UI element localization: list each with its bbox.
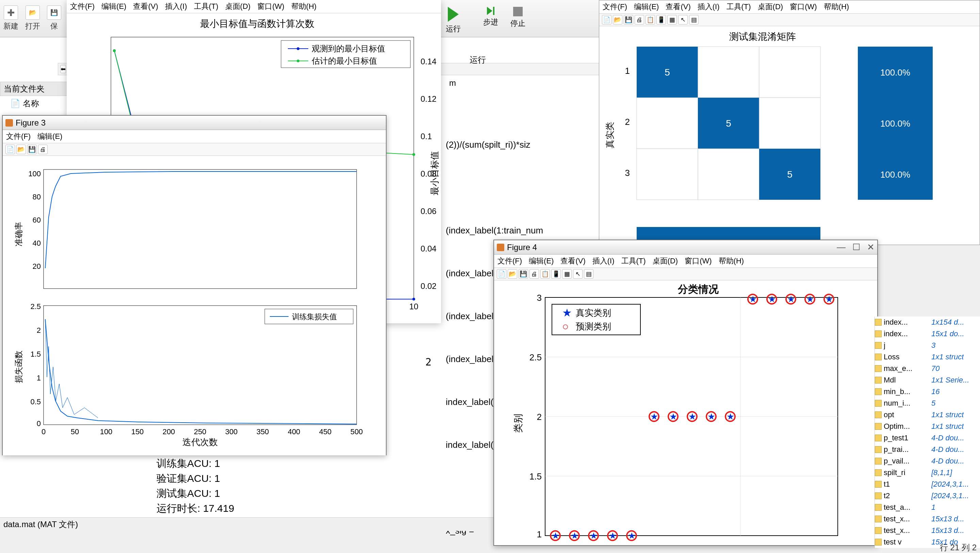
save-icon[interactable]: 💾 <box>27 145 37 154</box>
open-icon[interactable]: 📂 <box>613 15 622 24</box>
figure3-titlebar[interactable]: Figure 3 <box>3 116 386 130</box>
f4-window-menu[interactable]: 窗口(W) <box>685 256 711 266</box>
workspace-variable[interactable]: test_x...15x13 d... <box>875 525 980 536</box>
workspace-variable[interactable]: j3 <box>875 339 980 351</box>
command-window[interactable]: 训练集ACU: 1 验证集ACU: 1 测试集ACU: 1 运行时长: 17.4… <box>156 456 497 516</box>
cm-desktop-menu[interactable]: 桌面(D) <box>758 2 783 12</box>
workspace-variable[interactable]: t2[2024,3,1... <box>875 490 980 502</box>
layout-icon[interactable]: ▤ <box>689 15 698 24</box>
svg-point-30 <box>412 298 415 301</box>
svg-text:★: ★ <box>650 411 658 422</box>
print-icon[interactable]: 🖨 <box>635 15 644 24</box>
open-button[interactable]: 📂打开 <box>25 5 40 31</box>
close-icon[interactable]: ✕ <box>867 242 875 252</box>
cm-insert-menu[interactable]: 插入(I) <box>698 2 720 12</box>
stop-button[interactable]: 停止 <box>511 7 525 29</box>
workspace-panel[interactable]: index...1x154 d...index...15x1 do...j3Lo… <box>875 317 980 548</box>
svg-text:★: ★ <box>571 531 579 541</box>
grid-icon[interactable]: ▦ <box>562 269 572 279</box>
new-icon[interactable]: 📄 <box>497 269 506 279</box>
workspace-variable[interactable]: Loss1x1 struct <box>875 351 980 363</box>
new-button[interactable]: ➕新建 <box>3 5 18 31</box>
help-menu[interactable]: 帮助(H) <box>291 2 317 11</box>
cm-file-menu[interactable]: 文件(F) <box>603 2 627 12</box>
svg-text:0.04: 0.04 <box>421 244 437 253</box>
open-icon[interactable]: 📂 <box>508 269 517 279</box>
f4-view-menu[interactable]: 查看(V) <box>560 256 585 266</box>
open-icon[interactable]: 📂 <box>16 145 26 154</box>
svg-text:★: ★ <box>590 531 598 541</box>
save-button[interactable]: 💾保 <box>47 5 61 31</box>
cm-tools-menu[interactable]: 工具(T) <box>727 2 751 12</box>
fig3-edit-menu[interactable]: 编辑(E) <box>37 131 62 142</box>
f4-help-menu[interactable]: 帮助(H) <box>719 256 744 266</box>
f4-insert-menu[interactable]: 插入(I) <box>592 256 614 266</box>
workspace-variable[interactable]: min_b...16 <box>875 386 980 397</box>
workspace-variable[interactable]: p_trai...4-D dou... <box>875 444 980 455</box>
f4-tools-menu[interactable]: 工具(T) <box>621 256 646 266</box>
step-button[interactable]: 步进 <box>483 7 498 27</box>
svg-text:0.06: 0.06 <box>421 207 437 216</box>
minimize-icon[interactable]: — <box>837 242 846 252</box>
edit-menu[interactable]: 编辑(E) <box>102 2 126 11</box>
workspace-variable[interactable]: p_vail...4-D dou... <box>875 455 980 467</box>
maximize-icon[interactable]: ☐ <box>853 242 860 252</box>
workspace-variable[interactable]: num_i...5 <box>875 397 980 409</box>
cursor-icon[interactable]: ↖ <box>573 269 582 279</box>
back-icon[interactable]: ⬅ <box>60 65 66 73</box>
new-icon[interactable]: 📄 <box>602 15 611 24</box>
editor-tab[interactable]: m <box>449 78 456 88</box>
cm-view-menu[interactable]: 查看(V) <box>666 2 690 12</box>
window-menu[interactable]: 窗口(W) <box>257 2 284 11</box>
compare-icon[interactable]: 📋 <box>540 269 550 279</box>
svg-text:0.1: 0.1 <box>421 132 432 141</box>
compare-icon[interactable]: 📋 <box>646 15 655 24</box>
insert-menu[interactable]: 插入(I) <box>165 2 187 11</box>
workspace-variable[interactable]: Optim...1x1 struct <box>875 421 980 432</box>
f4-edit-menu[interactable]: 编辑(E) <box>529 256 554 266</box>
workspace-variable[interactable]: index...15x1 do... <box>875 328 980 339</box>
workspace-variable[interactable]: spilt_ri[8,1,1] <box>875 467 980 478</box>
tools-menu[interactable]: 工具(T) <box>194 2 218 11</box>
figure4-menubar[interactable]: 文件(F) 编辑(E) 查看(V) 插入(I) 工具(T) 桌面(D) 窗口(W… <box>494 255 877 268</box>
figure3-menubar[interactable]: 文件(F) 编辑(E) <box>3 130 386 143</box>
cm-window-menu[interactable]: 窗口(W) <box>790 2 817 12</box>
confusion-menubar[interactable]: 文件(F) 编辑(E) 查看(V) 插入(I) 工具(T) 桌面(D) 窗口(W… <box>599 0 980 14</box>
workspace-variable[interactable]: opt1x1 struct <box>875 409 980 421</box>
save-icon[interactable]: 💾 <box>624 15 633 24</box>
layout-icon[interactable]: ▤ <box>584 269 593 279</box>
figure4-titlebar[interactable]: Figure 4 — ☐ ✕ <box>494 240 877 255</box>
figure3-toolbar[interactable]: 📄 📂 💾 🖨 <box>3 143 386 156</box>
workspace-variable[interactable]: p_test14-D dou... <box>875 432 980 444</box>
workspace-variable[interactable]: test_x...15x13 d... <box>875 513 980 525</box>
save-icon[interactable]: 💾 <box>519 269 528 279</box>
bayesopt-menubar[interactable]: 文件(F) 编辑(E) 查看(V) 插入(I) 工具(T) 桌面(D) 窗口(W… <box>67 0 441 13</box>
svg-text:200: 200 <box>163 427 175 436</box>
svg-text:2.5: 2.5 <box>30 302 41 311</box>
cursor-icon[interactable]: ↖ <box>678 15 688 24</box>
run-button[interactable]: 运行 <box>446 7 461 34</box>
fig3-file-menu[interactable]: 文件(F) <box>6 131 30 142</box>
print-icon[interactable]: 🖨 <box>530 269 539 279</box>
desktop-menu[interactable]: 桌面(D) <box>225 2 251 11</box>
f4-desktop-menu[interactable]: 桌面(D) <box>653 256 678 266</box>
f4-file-menu[interactable]: 文件(F) <box>498 256 522 266</box>
phone-icon[interactable]: 📱 <box>551 269 561 279</box>
print-icon[interactable]: 🖨 <box>38 145 48 154</box>
workspace-variable[interactable]: max_e...70 <box>875 363 980 375</box>
confusion-toolbar[interactable]: 📄 📂 💾 🖨 📋 📱 ▦ ↖ ▤ <box>599 14 980 26</box>
workspace-variable[interactable]: index...1x154 d... <box>875 317 980 328</box>
file-menu[interactable]: 文件(F) <box>70 2 95 11</box>
name-column-header[interactable]: 📄 名称 <box>3 97 46 110</box>
new-icon[interactable]: 📄 <box>5 145 15 154</box>
grid-icon[interactable]: ▦ <box>667 15 677 24</box>
cm-help-menu[interactable]: 帮助(H) <box>824 2 850 12</box>
view-menu[interactable]: 查看(V) <box>133 2 158 11</box>
workspace-variable[interactable]: Mdl1x1 Serie... <box>875 375 980 386</box>
workspace-variable[interactable]: test_a...1 <box>875 502 980 513</box>
phone-icon[interactable]: 📱 <box>656 15 666 24</box>
figure4-toolbar[interactable]: 📄 📂 💾 🖨 📋 📱 ▦ ↖ ▤ <box>494 268 877 280</box>
svg-point-43 <box>297 47 299 50</box>
cm-edit-menu[interactable]: 编辑(E) <box>634 2 659 12</box>
workspace-variable[interactable]: t1[2024,3,1... <box>875 478 980 490</box>
